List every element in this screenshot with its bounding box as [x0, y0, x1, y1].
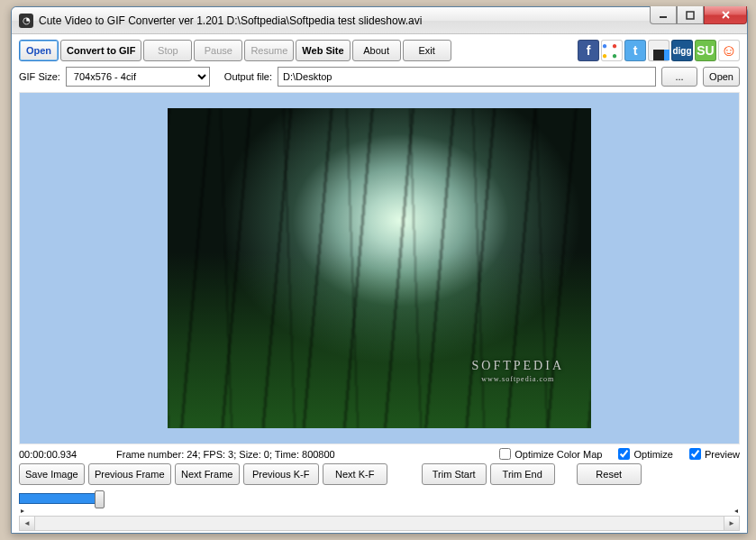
next-frame-button[interactable]: Next Frame [175, 463, 240, 485]
reset-button[interactable]: Reset [577, 463, 642, 485]
open-output-button[interactable]: Open [703, 67, 740, 87]
exit-button[interactable]: Exit [403, 40, 451, 61]
frame-controls: Save Image Previous Frame Next Frame Pre… [12, 462, 747, 489]
convert-button[interactable]: Convert to GIF [60, 40, 141, 61]
optimize-colormap-input[interactable] [499, 448, 511, 460]
timeline-row: ▸◂ [12, 489, 747, 516]
watermark: SOFTPEDIA www.softpedia.com [472, 359, 564, 383]
scroll-right-button[interactable]: ► [724, 517, 739, 530]
gif-size-select[interactable]: 704x576 - 4cif [66, 67, 210, 87]
pause-button[interactable]: Pause [194, 40, 242, 61]
reddit-icon[interactable]: ☺ [718, 40, 740, 61]
scroll-left-button[interactable]: ◄ [20, 517, 35, 530]
preview-input[interactable] [689, 448, 701, 460]
slider-thumb[interactable] [95, 490, 105, 508]
website-button[interactable]: Web Site [296, 40, 350, 61]
gif-size-label: GIF Size: [19, 71, 60, 82]
facebook-icon[interactable]: f [578, 40, 599, 61]
watermark-text: SOFTPEDIA [472, 359, 564, 373]
google-icon[interactable]: ●●●● [601, 40, 623, 61]
titlebar: ◔ Cute Video to GIF Converter ver 1.201 … [12, 7, 747, 34]
status-row: 00:00:00.934 Frame number: 24; FPS: 3; S… [12, 444, 747, 462]
svg-rect-1 [687, 12, 694, 19]
next-kf-button[interactable]: Next K-F [323, 463, 387, 485]
minimize-button[interactable] [650, 6, 677, 24]
optimize-input[interactable] [618, 448, 630, 460]
resume-button[interactable]: Resume [244, 40, 294, 61]
slider-fill [19, 493, 100, 504]
close-button[interactable] [704, 6, 747, 24]
stumbleupon-icon[interactable]: SU [695, 40, 716, 61]
main-toolbar: Open Convert to GIF Stop Pause Resume We… [12, 34, 747, 65]
maximize-button[interactable] [677, 6, 704, 24]
preview-checkbox[interactable]: Preview [689, 448, 740, 460]
trim-start-button[interactable]: Trim Start [422, 463, 487, 485]
social-bar: f ●●●● t digg SU ☺ [578, 40, 740, 61]
preview-area: SOFTPEDIA www.softpedia.com [19, 92, 740, 444]
save-image-button[interactable]: Save Image [19, 463, 85, 485]
previous-frame-button[interactable]: Previous Frame [88, 463, 171, 485]
digg-icon[interactable]: digg [671, 40, 693, 61]
output-file-label: Output file: [224, 71, 272, 82]
options-row: GIF Size: 704x576 - 4cif Output file: ..… [12, 65, 747, 92]
open-button[interactable]: Open [19, 40, 59, 61]
trim-end-button[interactable]: Trim End [490, 463, 555, 485]
slider-ticks: ▸◂ [19, 507, 740, 515]
stop-button[interactable]: Stop [143, 40, 192, 61]
watermark-subtext: www.softpedia.com [472, 375, 564, 383]
browse-button[interactable]: ... [661, 67, 697, 87]
window-title: Cute Video to GIF Converter ver 1.201 D:… [39, 14, 747, 27]
app-window: ◔ Cute Video to GIF Converter ver 1.201 … [11, 6, 748, 534]
time-display: 00:00:00.934 [19, 449, 100, 460]
previous-kf-button[interactable]: Previous K-F [243, 463, 319, 485]
delicious-icon[interactable] [648, 40, 669, 61]
optimize-colormap-checkbox[interactable]: Optimize Color Map [499, 448, 602, 460]
app-icon: ◔ [19, 14, 33, 28]
timeline-slider[interactable]: ▸◂ [19, 490, 740, 510]
horizontal-scrollbar[interactable]: ◄ ► [19, 516, 740, 531]
frame-info: Frame number: 24; FPS: 3; Size: 0; Time:… [116, 449, 483, 460]
output-file-input[interactable] [278, 67, 656, 87]
optimize-checkbox[interactable]: Optimize [618, 448, 672, 460]
about-button[interactable]: About [352, 40, 401, 61]
video-preview: SOFTPEDIA www.softpedia.com [168, 108, 591, 428]
twitter-icon[interactable]: t [624, 40, 646, 61]
